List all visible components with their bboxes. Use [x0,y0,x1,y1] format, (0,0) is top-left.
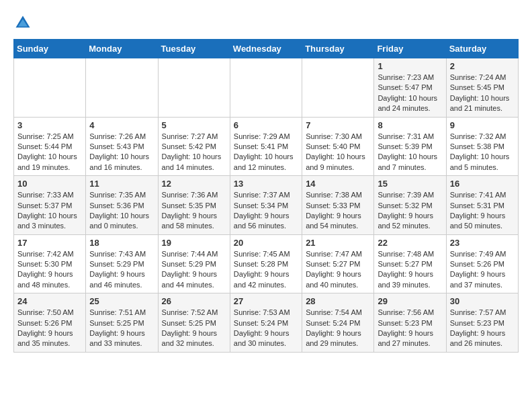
calendar-cell: 24Sunrise: 7:50 AM Sunset: 5:26 PM Dayli… [14,293,86,353]
day-info: Sunrise: 7:45 AM Sunset: 5:28 PM Dayligh… [234,249,298,291]
calendar-week-row: 10Sunrise: 7:33 AM Sunset: 5:37 PM Dayli… [14,176,519,235]
day-number: 21 [306,238,370,248]
day-number: 14 [306,179,370,189]
day-info: Sunrise: 7:31 AM Sunset: 5:39 PM Dayligh… [378,132,442,173]
calendar-cell: 17Sunrise: 7:42 AM Sunset: 5:30 PM Dayli… [14,234,86,293]
calendar-cell: 10Sunrise: 7:33 AM Sunset: 5:37 PM Dayli… [14,176,86,235]
day-info: Sunrise: 7:49 AM Sunset: 5:26 PM Dayligh… [450,249,515,291]
day-number: 19 [162,238,226,248]
day-header-sunday: Sunday [14,40,86,58]
calendar-cell [230,58,302,118]
calendar-cell: 16Sunrise: 7:41 AM Sunset: 5:31 PM Dayli… [446,176,518,235]
calendar-table: SundayMondayTuesdayWednesdayThursdayFrid… [13,39,519,353]
calendar-cell: 23Sunrise: 7:49 AM Sunset: 5:26 PM Dayli… [446,234,518,293]
calendar-cell: 11Sunrise: 7:35 AM Sunset: 5:36 PM Dayli… [86,176,158,235]
day-info: Sunrise: 7:57 AM Sunset: 5:23 PM Dayligh… [450,308,515,349]
day-info: Sunrise: 7:32 AM Sunset: 5:38 PM Dayligh… [450,132,515,173]
page-header [13,13,519,32]
calendar-week-row: 3Sunrise: 7:25 AM Sunset: 5:44 PM Daylig… [14,117,519,176]
day-number: 16 [450,179,515,189]
day-number: 7 [306,120,370,130]
day-info: Sunrise: 7:53 AM Sunset: 5:24 PM Dayligh… [234,308,298,349]
calendar-cell [302,58,374,118]
calendar-cell: 27Sunrise: 7:53 AM Sunset: 5:24 PM Dayli… [230,293,302,353]
calendar-cell: 28Sunrise: 7:54 AM Sunset: 5:24 PM Dayli… [302,293,374,353]
day-info: Sunrise: 7:48 AM Sunset: 5:27 PM Dayligh… [378,249,442,291]
day-number: 4 [89,120,154,130]
day-number: 20 [234,238,298,248]
day-number: 8 [378,120,442,130]
calendar-cell: 1Sunrise: 7:23 AM Sunset: 5:47 PM Daylig… [374,58,446,118]
day-info: Sunrise: 7:39 AM Sunset: 5:32 PM Dayligh… [378,190,442,232]
calendar-cell: 7Sunrise: 7:30 AM Sunset: 5:40 PM Daylig… [302,117,374,176]
day-info: Sunrise: 7:43 AM Sunset: 5:29 PM Dayligh… [89,249,154,291]
day-info: Sunrise: 7:52 AM Sunset: 5:25 PM Dayligh… [162,308,226,349]
day-header-wednesday: Wednesday [230,40,302,58]
day-number: 18 [89,238,154,248]
day-number: 27 [234,296,298,306]
calendar-cell: 6Sunrise: 7:29 AM Sunset: 5:41 PM Daylig… [230,117,302,176]
calendar-cell: 4Sunrise: 7:26 AM Sunset: 5:43 PM Daylig… [86,117,158,176]
day-number: 10 [17,179,82,189]
day-info: Sunrise: 7:38 AM Sunset: 5:33 PM Dayligh… [306,190,370,232]
day-info: Sunrise: 7:33 AM Sunset: 5:37 PM Dayligh… [17,190,82,232]
calendar-cell: 8Sunrise: 7:31 AM Sunset: 5:39 PM Daylig… [374,117,446,176]
calendar-cell: 12Sunrise: 7:36 AM Sunset: 5:35 PM Dayli… [158,176,230,235]
day-info: Sunrise: 7:36 AM Sunset: 5:35 PM Dayligh… [162,190,226,232]
calendar-cell: 26Sunrise: 7:52 AM Sunset: 5:25 PM Dayli… [158,293,230,353]
day-info: Sunrise: 7:23 AM Sunset: 5:47 PM Dayligh… [378,73,442,114]
day-number: 22 [378,238,442,248]
day-info: Sunrise: 7:44 AM Sunset: 5:29 PM Dayligh… [162,249,226,291]
day-info: Sunrise: 7:42 AM Sunset: 5:30 PM Dayligh… [17,249,82,291]
day-number: 25 [89,296,154,306]
day-info: Sunrise: 7:35 AM Sunset: 5:36 PM Dayligh… [89,190,154,232]
calendar-cell: 19Sunrise: 7:44 AM Sunset: 5:29 PM Dayli… [158,234,230,293]
day-header-tuesday: Tuesday [158,40,230,58]
calendar-week-row: 1Sunrise: 7:23 AM Sunset: 5:47 PM Daylig… [14,58,519,118]
day-number: 29 [378,296,442,306]
calendar-cell: 29Sunrise: 7:56 AM Sunset: 5:23 PM Dayli… [374,293,446,353]
day-number: 12 [162,179,226,189]
day-number: 15 [378,179,442,189]
day-number: 17 [17,238,82,248]
day-number: 1 [378,61,442,71]
day-number: 28 [306,296,370,306]
calendar-cell: 14Sunrise: 7:38 AM Sunset: 5:33 PM Dayli… [302,176,374,235]
day-number: 11 [89,179,154,189]
calendar-cell: 20Sunrise: 7:45 AM Sunset: 5:28 PM Dayli… [230,234,302,293]
day-info: Sunrise: 7:37 AM Sunset: 5:34 PM Dayligh… [234,190,298,232]
day-number: 30 [450,296,515,306]
day-number: 26 [162,296,226,306]
calendar-cell: 5Sunrise: 7:27 AM Sunset: 5:42 PM Daylig… [158,117,230,176]
day-info: Sunrise: 7:27 AM Sunset: 5:42 PM Dayligh… [162,132,226,173]
calendar-cell [14,58,86,118]
day-number: 9 [450,120,515,130]
calendar-cell: 3Sunrise: 7:25 AM Sunset: 5:44 PM Daylig… [14,117,86,176]
day-info: Sunrise: 7:51 AM Sunset: 5:25 PM Dayligh… [89,308,154,349]
day-number: 23 [450,238,515,248]
day-header-thursday: Thursday [302,40,374,58]
calendar-cell [158,58,230,118]
day-info: Sunrise: 7:47 AM Sunset: 5:27 PM Dayligh… [306,249,370,291]
calendar-cell: 9Sunrise: 7:32 AM Sunset: 5:38 PM Daylig… [446,117,518,176]
day-number: 24 [17,296,82,306]
day-header-monday: Monday [86,40,158,58]
day-header-friday: Friday [374,40,446,58]
day-info: Sunrise: 7:54 AM Sunset: 5:24 PM Dayligh… [306,308,370,349]
calendar-cell: 25Sunrise: 7:51 AM Sunset: 5:25 PM Dayli… [86,293,158,353]
day-number: 3 [17,120,82,130]
calendar-week-row: 24Sunrise: 7:50 AM Sunset: 5:26 PM Dayli… [14,293,519,353]
day-info: Sunrise: 7:29 AM Sunset: 5:41 PM Dayligh… [234,132,298,173]
day-info: Sunrise: 7:56 AM Sunset: 5:23 PM Dayligh… [378,308,442,349]
calendar-cell: 22Sunrise: 7:48 AM Sunset: 5:27 PM Dayli… [374,234,446,293]
logo-icon [13,13,32,32]
day-number: 13 [234,179,298,189]
calendar-cell [86,58,158,118]
calendar-cell: 13Sunrise: 7:37 AM Sunset: 5:34 PM Dayli… [230,176,302,235]
day-info: Sunrise: 7:50 AM Sunset: 5:26 PM Dayligh… [17,308,82,349]
calendar-cell: 2Sunrise: 7:24 AM Sunset: 5:45 PM Daylig… [446,58,518,118]
calendar-header-row: SundayMondayTuesdayWednesdayThursdayFrid… [14,40,519,58]
day-number: 2 [450,61,515,71]
day-header-saturday: Saturday [446,40,518,58]
day-info: Sunrise: 7:41 AM Sunset: 5:31 PM Dayligh… [450,190,515,232]
